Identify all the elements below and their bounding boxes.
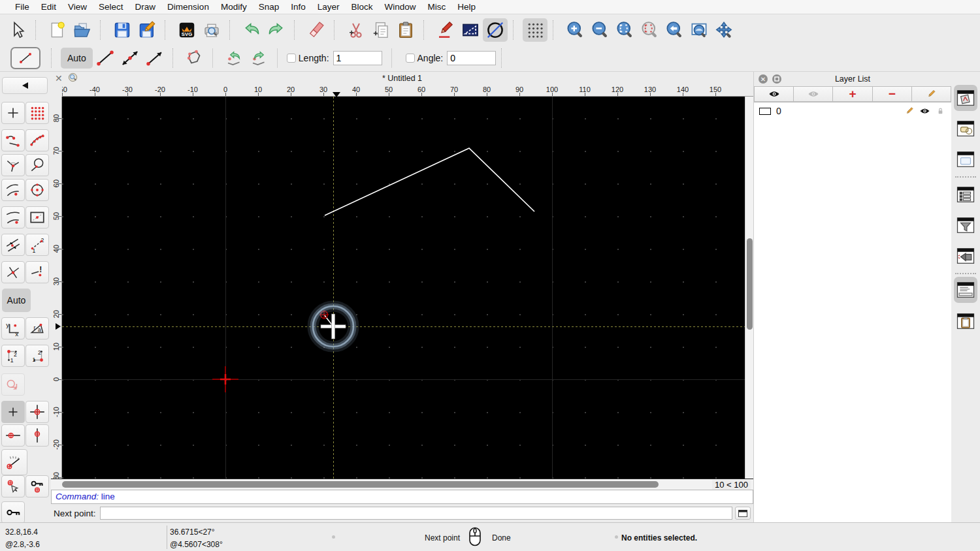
command-detach-button[interactable] (735, 507, 751, 520)
snap-distance-button[interactable] (1, 206, 25, 228)
menu-item-info[interactable]: Info (285, 2, 312, 12)
entity-list-dock-button[interactable] (954, 181, 977, 208)
snap-numbered-points-button[interactable]: 12 (25, 234, 49, 256)
paste-button[interactable] (393, 18, 418, 42)
polyline-close-button[interactable] (182, 46, 207, 70)
menu-item-dimension[interactable]: Dimension (161, 2, 215, 12)
circle-line-tool-button[interactable] (483, 18, 508, 42)
delete-eraser-button[interactable] (304, 18, 329, 42)
drawing-canvas[interactable] (62, 97, 745, 479)
restrict-angle-button[interactable] (1, 449, 27, 475)
active-line-tool-button[interactable] (10, 47, 41, 69)
menu-item-modify[interactable]: Modify (215, 2, 253, 12)
layer-edit-pencil-icon[interactable] (904, 106, 915, 116)
menu-item-snap[interactable]: Snap (253, 2, 286, 12)
menu-item-file[interactable]: File (9, 2, 35, 12)
select-referenced-button[interactable] (1, 475, 25, 497)
draw-order-button[interactable] (458, 18, 483, 42)
zoom-in-button[interactable] (563, 18, 587, 42)
menu-item-view[interactable]: View (62, 2, 93, 12)
snap-perpendicular-button[interactable] (1, 154, 25, 176)
library-browser-dock-button[interactable] (954, 146, 977, 172)
auto-pan-button[interactable] (711, 18, 736, 42)
command-line-dock-button[interactable] (954, 277, 977, 303)
snap-on-entity-button[interactable] (25, 129, 49, 151)
layer-list-dock-button[interactable] (954, 85, 977, 111)
command-options-dock-button[interactable] (954, 243, 977, 269)
zoom-window-button[interactable] (637, 18, 662, 42)
menu-item-help[interactable]: Help (451, 2, 482, 12)
filter-dock-button[interactable] (954, 212, 977, 238)
coordinate-polar-button[interactable]: ra (25, 317, 49, 339)
edit-layer-button[interactable] (912, 86, 951, 102)
menu-item-misc[interactable]: Misc (422, 2, 452, 12)
undo-segment-button[interactable] (222, 46, 247, 70)
lock-relative-zero-button[interactable] (25, 475, 49, 497)
undo-button[interactable] (239, 18, 264, 42)
save-button[interactable] (110, 18, 135, 42)
zoom-redraw-button[interactable] (687, 18, 711, 42)
menu-item-block[interactable]: Block (346, 2, 379, 12)
zoom-previous-button[interactable] (662, 18, 687, 42)
angle-input[interactable] (447, 51, 496, 65)
layer-color-swatch[interactable] (759, 108, 771, 115)
layer-lock-icon[interactable] (935, 106, 946, 116)
snap-center-button[interactable] (25, 179, 49, 201)
snap-reference-button[interactable] (25, 206, 49, 228)
zoom-auto-button[interactable] (612, 18, 637, 42)
set-relative-zero-button[interactable] (25, 401, 49, 423)
snap-intersection-button[interactable] (1, 261, 25, 283)
menu-item-window[interactable]: Window (379, 2, 422, 12)
grid-toggle-button[interactable] (523, 18, 547, 42)
menu-item-select[interactable]: Select (93, 2, 129, 12)
vertical-scrollbar-thumb[interactable] (747, 238, 753, 330)
add-layer-button[interactable]: + (833, 86, 872, 102)
snap-intersection-manual-button[interactable]: ! (25, 261, 49, 283)
snap-middle-button[interactable] (1, 179, 25, 201)
snap-parallel-button[interactable] (1, 234, 25, 256)
angle-checkbox[interactable] (406, 54, 415, 63)
redo-segment-button[interactable] (247, 46, 272, 70)
length-input[interactable] (333, 51, 382, 65)
panel-close-icon[interactable]: ✕ (759, 74, 768, 84)
redo-button[interactable] (264, 18, 289, 42)
restrict-horizontal-button[interactable] (1, 424, 25, 447)
copy-button[interactable] (368, 18, 393, 42)
show-all-layers-button[interactable] (754, 86, 794, 102)
snap-grid-button[interactable] (25, 102, 49, 124)
auto-mode-button[interactable]: Auto (61, 48, 93, 69)
print-preview-button[interactable] (199, 18, 224, 42)
save-as-button[interactable] (135, 18, 159, 42)
panel-float-icon[interactable] (772, 74, 781, 84)
clipboard-dock-button[interactable] (954, 308, 977, 334)
auto-snap-button[interactable]: Auto (2, 289, 31, 312)
selection-pointer-button[interactable] (5, 18, 30, 42)
pen-attributes-button[interactable] (433, 18, 458, 42)
length-checkbox[interactable] (287, 54, 296, 63)
menu-item-edit[interactable]: Edit (35, 2, 62, 12)
corner-second-button[interactable]: 12 (25, 345, 49, 367)
corner-first-button[interactable]: 12 (1, 345, 25, 367)
zoom-out-button[interactable] (587, 18, 612, 42)
menu-item-draw[interactable]: Draw (129, 2, 162, 12)
line-direction-button[interactable] (142, 46, 167, 70)
snap-tangent-button[interactable] (25, 154, 49, 176)
hide-all-layers-button[interactable] (794, 86, 833, 102)
restrict-vertical-button[interactable] (25, 424, 49, 447)
menu-item-layer[interactable]: Layer (312, 2, 346, 12)
open-file-button[interactable] (70, 18, 95, 42)
snap-free-button[interactable] (1, 102, 25, 124)
command-input[interactable] (100, 507, 732, 520)
layer-visible-eye-icon[interactable] (919, 106, 930, 116)
coordinate-cartesian-button[interactable]: yx (1, 317, 25, 339)
horizontal-scrollbar-thumb[interactable] (62, 481, 659, 488)
line-two-points-button[interactable] (93, 46, 118, 70)
restrict-orthogonal-button[interactable] (1, 373, 25, 396)
cut-button[interactable] (344, 18, 368, 42)
unlock-relative-zero-button[interactable] (1, 501, 25, 524)
horizontal-scrollbar[interactable]: 10 < 100 (51, 479, 753, 490)
block-list-dock-button[interactable] (954, 116, 977, 142)
document-window-icon[interactable] (68, 72, 78, 84)
vertical-scrollbar[interactable] (745, 97, 753, 479)
line-both-directions-button[interactable] (118, 46, 142, 70)
